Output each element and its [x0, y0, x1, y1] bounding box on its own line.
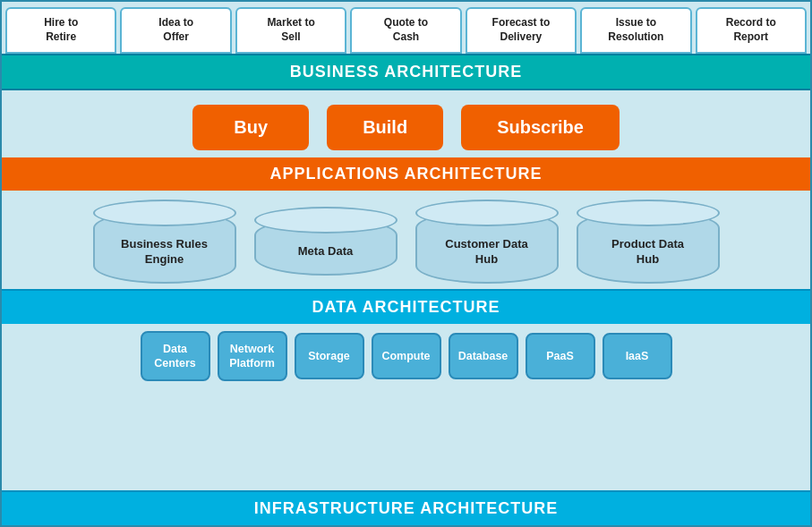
- data-arch-banner: DATA ARCHITECTURE: [2, 289, 810, 324]
- business-arch-banner: BUSINESS ARCHITECTURE: [2, 54, 810, 90]
- tab-quote-to-cash[interactable]: Quote toCash: [350, 7, 461, 54]
- infra-iaas[interactable]: IaaS: [603, 333, 672, 379]
- tab-forecast-to-delivery[interactable]: Forecast toDelivery: [466, 7, 577, 54]
- tab-hire-to-retire[interactable]: Hire toRetire: [5, 7, 116, 54]
- tab-issue-to-resolution[interactable]: Issue toResolution: [580, 7, 691, 54]
- customer-data-hub-cylinder: Customer DataHub: [415, 200, 559, 284]
- cylinder-top-3: [415, 200, 559, 226]
- infra-items-row: DataCenters NetworkPlatform Storage Comp…: [9, 331, 803, 382]
- data-section: Business RulesEngine Meta Data Customer …: [2, 191, 810, 289]
- data-arch-label: DATA ARCHITECTURE: [312, 298, 500, 316]
- infra-section: DataCenters NetworkPlatform Storage Comp…: [2, 324, 810, 387]
- meta-data-cylinder: Meta Data: [254, 207, 397, 276]
- business-rules-engine-cylinder: Business RulesEngine: [93, 200, 236, 284]
- applications-arch-label: APPLICATIONS ARCHITECTURE: [270, 165, 543, 183]
- tab-idea-to-offer[interactable]: Idea toOffer: [120, 7, 231, 54]
- infra-paas[interactable]: PaaS: [526, 333, 595, 379]
- infra-arch-label: INFRASTRUCTURE ARCHITECTURE: [254, 499, 558, 517]
- infra-storage[interactable]: Storage: [295, 333, 364, 379]
- main-container: Hire toRetire Idea toOffer Market toSell…: [0, 0, 812, 527]
- infra-compute[interactable]: Compute: [372, 333, 441, 379]
- top-tabs-row: Hire toRetire Idea toOffer Market toSell…: [2, 2, 810, 54]
- infra-database[interactable]: Database: [449, 333, 518, 379]
- product-data-hub-cylinder: Product DataHub: [577, 200, 720, 284]
- cylinder-top-4: [577, 200, 720, 226]
- build-button[interactable]: Build: [327, 105, 443, 150]
- applications-arch-banner: APPLICATIONS ARCHITECTURE: [2, 157, 810, 191]
- infra-arch-banner: INFRASTRUCTURE ARCHITECTURE: [2, 490, 810, 525]
- infra-network-platform[interactable]: NetworkPlatform: [218, 331, 287, 382]
- cylinder-top-1: [93, 200, 236, 226]
- data-hubs-row: Business RulesEngine Meta Data Customer …: [20, 200, 792, 284]
- business-arch-label: BUSINESS ARCHITECTURE: [290, 63, 522, 81]
- subscribe-button[interactable]: Subscribe: [461, 105, 620, 150]
- applications-section: Buy Build Subscribe: [2, 90, 810, 157]
- infra-data-centers[interactable]: DataCenters: [141, 331, 210, 382]
- tab-market-to-sell[interactable]: Market toSell: [235, 7, 346, 54]
- tab-record-to-report[interactable]: Record toReport: [696, 7, 807, 54]
- buy-button[interactable]: Buy: [192, 105, 309, 150]
- buy-build-row: Buy Build Subscribe: [20, 98, 792, 157]
